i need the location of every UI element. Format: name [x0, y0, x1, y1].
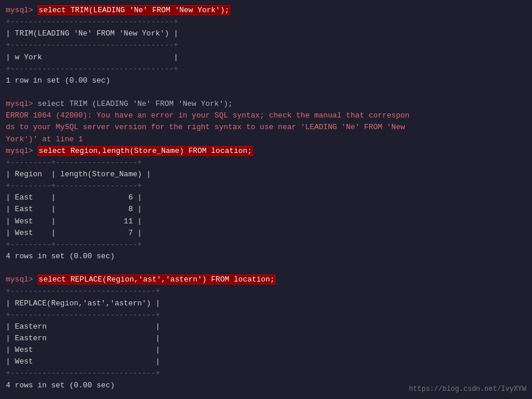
- command-2: select TRIM (LEADING 'Ne' FROM 'New York…: [38, 99, 233, 108]
- sep-3a: +---------+------------------+: [6, 157, 526, 169]
- error-line-1: ERROR 1064 (42000): You have an error in…: [6, 110, 526, 122]
- row-1-1: | w York |: [6, 52, 526, 63]
- error-line-2: ds to your MySQL server version for the …: [6, 122, 526, 133]
- query-line-1: mysql> select TRIM(LEADING 'Ne' FROM 'Ne…: [6, 5, 526, 16]
- sep-4a: +--------------------------------+: [6, 286, 526, 297]
- blank-2: [6, 262, 526, 274]
- row-4-4: | West |: [6, 356, 526, 368]
- terminal: mysql> select TRIM(LEADING 'Ne' FROM 'Ne…: [0, 0, 532, 399]
- sep-3c: +---------+------------------+: [6, 239, 526, 251]
- row-4-3: | West |: [6, 344, 526, 356]
- row-4-1: | Eastern |: [6, 321, 526, 333]
- row-4-2: | Eastern |: [6, 333, 526, 344]
- prompt-1: mysql>: [6, 6, 38, 15]
- sep-1b: +------------------------------------+: [6, 40, 526, 51]
- query-line-3: mysql> select Region,length(Store_Name) …: [6, 145, 526, 157]
- result-3: 4 rows in set (0.00 sec): [6, 251, 526, 262]
- watermark: https://blog.csdn.net/IvyXYW: [409, 385, 526, 393]
- prompt-2: mysql>: [6, 99, 38, 108]
- sep-4b: +--------------------------------+: [6, 309, 526, 321]
- prompt-4: mysql>: [6, 275, 38, 284]
- row-3-2: | East | 8 |: [6, 204, 526, 215]
- result-1: 1 row in set (0.00 sec): [6, 75, 526, 87]
- command-1: select TRIM(LEADING 'Ne' FROM 'New York'…: [38, 5, 231, 15]
- command-3: select Region,length(Store_Name) FROM lo…: [38, 146, 253, 156]
- query-line-4: mysql> select REPLACE(Region,'ast','aste…: [6, 274, 526, 286]
- query-line-2: mysql> select TRIM (LEADING 'Ne' FROM 'N…: [6, 98, 526, 110]
- command-4: select REPLACE(Region,'ast','astern') FR…: [38, 275, 276, 284]
- row-3-4: | West | 7 |: [6, 227, 526, 239]
- row-3-1: | East | 6 |: [6, 192, 526, 204]
- blank-1: [6, 87, 526, 98]
- header-1: | TRIM(LEADING 'Ne' FROM 'New York') |: [6, 28, 526, 40]
- sep-1c: +------------------------------------+: [6, 63, 526, 75]
- prompt-3: mysql>: [6, 147, 38, 155]
- sep-3b: +---------+------------------+: [6, 180, 526, 192]
- header-4: | REPLACE(Region,'ast','astern') |: [6, 298, 526, 309]
- error-line-3: York')' at line 1: [6, 134, 526, 145]
- row-3-3: | West | 11 |: [6, 216, 526, 227]
- sep-1a: +------------------------------------+: [6, 16, 526, 28]
- header-3: | Region | length(Store_Name) |: [6, 169, 526, 180]
- sep-4c: +--------------------------------+: [6, 368, 526, 379]
